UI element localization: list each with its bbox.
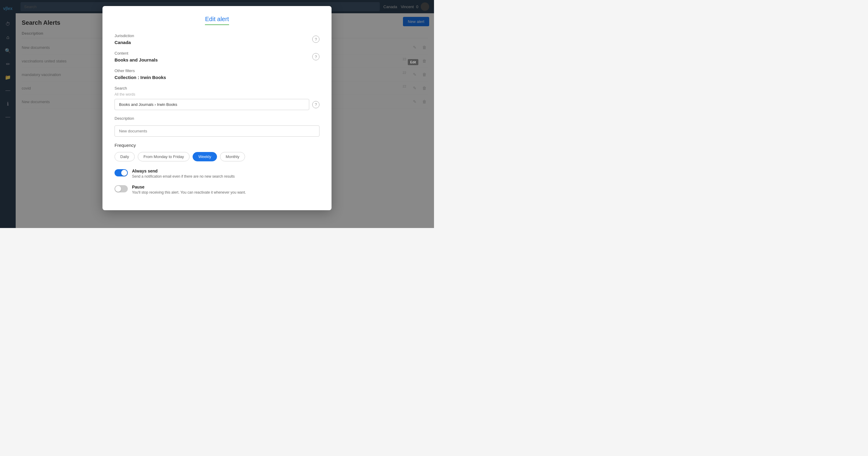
edit-tooltip: Edit: [408, 59, 418, 65]
always-send-section: Always send Send a notification email ev…: [115, 169, 319, 195]
freq-weekly[interactable]: Weekly: [193, 152, 217, 161]
modal-title: Edit alert: [115, 16, 319, 23]
always-send-toggle[interactable]: [115, 169, 128, 176]
toggle-knob: [121, 170, 127, 176]
description-section: Description: [115, 116, 319, 137]
description-input[interactable]: [115, 125, 319, 137]
search-section-label: Search: [115, 86, 319, 90]
frequency-section: Frequency Daily From Monday to Friday We…: [115, 143, 319, 161]
other-filters-value: Collection : Irwin Books: [115, 75, 319, 80]
pause-title: Pause: [132, 184, 246, 190]
jurisdiction-label: Jurisdiction: [115, 33, 134, 38]
content-help-icon[interactable]: ?: [312, 53, 319, 60]
search-field[interactable]: [115, 99, 309, 110]
pause-description: You'll stop receiving this alert. You ca…: [132, 190, 246, 195]
freq-daily[interactable]: Daily: [115, 152, 135, 161]
jurisdiction-help-icon[interactable]: ?: [312, 36, 319, 43]
frequency-label: Frequency: [115, 143, 319, 148]
modal-title-underline: [205, 24, 229, 25]
pause-row: Pause You'll stop receiving this alert. …: [115, 184, 319, 195]
always-send-text: Always send Send a notification email ev…: [132, 169, 235, 178]
toggle-knob-pause: [115, 186, 121, 192]
frequency-buttons: Daily From Monday to Friday Weekly Month…: [115, 152, 319, 161]
search-sublabel: All the words: [115, 92, 319, 96]
freq-monday-friday[interactable]: From Monday to Friday: [138, 152, 190, 161]
description-label: Description: [115, 116, 319, 121]
jurisdiction-value: Canada: [115, 40, 134, 45]
search-section: Search All the words ?: [115, 86, 319, 110]
content-value: Books and Journals: [115, 57, 158, 62]
other-filters-section: Other filters Collection : Irwin Books: [115, 68, 319, 80]
content-label: Content: [115, 51, 158, 56]
jurisdiction-section: Jurisdiction Canada ?: [115, 33, 319, 45]
other-filters-label: Other filters: [115, 68, 319, 73]
modal-overlay[interactable]: Edit alert Jurisdiction Canada ? Content…: [0, 0, 434, 228]
content-section: Content Books and Journals ?: [115, 51, 319, 62]
always-send-description: Send a notification email even if there …: [132, 174, 235, 178]
always-send-title: Always send: [132, 169, 235, 173]
search-input-wrap: ?: [115, 99, 319, 110]
freq-monthly[interactable]: Monthly: [220, 152, 245, 161]
pause-toggle[interactable]: [115, 185, 128, 192]
pause-text: Pause You'll stop receiving this alert. …: [132, 184, 246, 195]
search-help-icon[interactable]: ?: [312, 101, 319, 108]
edit-alert-modal: Edit alert Jurisdiction Canada ? Content…: [102, 6, 332, 210]
always-send-row: Always send Send a notification email ev…: [115, 169, 319, 178]
